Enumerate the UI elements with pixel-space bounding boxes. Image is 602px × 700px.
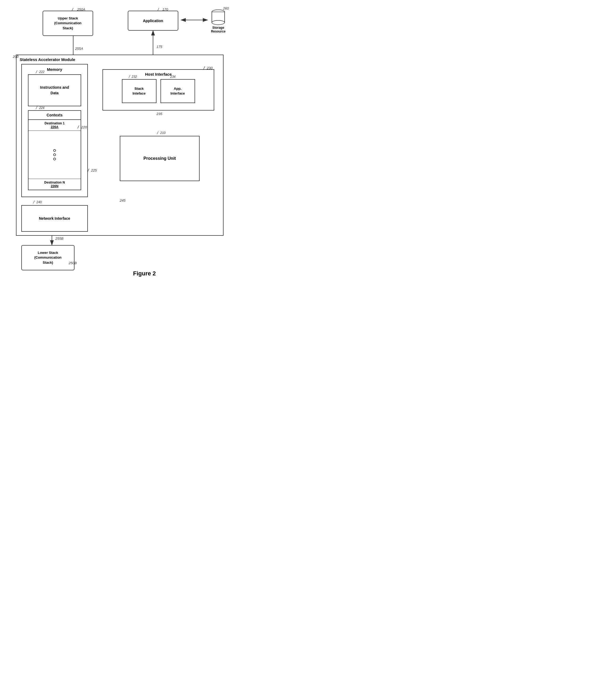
ref-255B: 255B: [55, 236, 63, 241]
ref-250B: 250B: [69, 261, 77, 265]
ref-slash-225: /: [88, 168, 89, 172]
ref-slash-232: /: [129, 74, 130, 79]
ref-slash-230: /: [204, 66, 205, 70]
dots-row: [28, 131, 81, 179]
ref-234: 234: [170, 75, 176, 79]
host-interface-box: Host Interface 232 / Stack Inteface 234 …: [102, 69, 214, 110]
network-interface-label: Network Interface: [39, 216, 70, 221]
ref-225: 225: [91, 168, 97, 172]
ref-slash-170: /: [158, 7, 159, 12]
ref-250A: 250A: [77, 7, 85, 11]
destN-label: Destination N: [31, 181, 79, 184]
ref-slash-222: /: [36, 70, 37, 74]
ref-slash-210: /: [157, 130, 158, 135]
processing-unit-box: 210 / Processing Unit: [120, 136, 200, 181]
upper-stack-label: Upper Stack (Communication Stack): [54, 16, 82, 31]
instructions-label: Instructions and Data: [40, 85, 69, 96]
network-interface-box: 240 / Network Interface: [21, 205, 88, 232]
diagram: Upper Stack (Communication Stack) 250A /…: [5, 5, 234, 266]
upper-stack-box: Upper Stack (Communication Stack): [43, 11, 93, 36]
stack-interface-label: Stack Inteface: [133, 86, 146, 96]
storage-resource: Storage Resource: [208, 9, 229, 33]
ref-slash-220: /: [78, 125, 79, 129]
destN-ref: 226N: [31, 184, 79, 188]
app-interface-box: 234 App. Interface: [160, 79, 195, 103]
stack-interface-box: 232 / Stack Inteface: [122, 79, 156, 103]
app-interface-label: App. Interface: [170, 86, 185, 96]
processing-unit-label: Processing Unit: [143, 156, 176, 161]
dest1-label: Destination 1: [31, 122, 79, 125]
lower-stack-label: Lower Stack (Communication Stack): [34, 250, 62, 265]
instructions-box: 222 / Instructions and Data: [28, 74, 81, 106]
figure-label: Figure 2: [133, 270, 156, 277]
destinationN-row: Destination N 226N: [28, 179, 81, 190]
ref-230: 230: [207, 66, 213, 70]
ref-slash-200: /: [17, 54, 18, 59]
ref-slash-250A: /: [72, 7, 73, 12]
application-label: Application: [143, 19, 163, 23]
svg-point-14: [212, 21, 225, 25]
ref-222: 222: [39, 70, 45, 74]
ref-175: 175: [156, 45, 162, 49]
ref-260: 260: [223, 6, 229, 10]
ref-255A: 255A: [75, 47, 83, 51]
ref-232: 232: [132, 75, 137, 79]
ref-210: 210: [160, 131, 165, 135]
memory-label: Memory: [47, 67, 62, 72]
dest1-ref: 226A: [31, 125, 79, 129]
ref-224: 224: [39, 106, 45, 110]
destination1-row: Destination 1 226A: [28, 120, 81, 131]
lower-stack-box: Lower Stack (Communication Stack): [21, 245, 75, 270]
ref-slash-240: /: [33, 200, 34, 204]
host-interface-label: Host Interface: [145, 72, 172, 76]
contexts-header: Contexts: [28, 111, 81, 120]
module-label: Stateless Accelerator Module: [20, 57, 75, 62]
application-box: Application: [128, 11, 178, 31]
ref-240: 240: [36, 200, 42, 204]
ref-245: 245: [120, 198, 126, 202]
contexts-box: 224 / Contexts Destination 1 226A Destin…: [28, 110, 81, 190]
ref-235: 235: [156, 112, 162, 116]
ref-220: 220: [81, 125, 87, 129]
storage-label: Storage Resource: [211, 26, 226, 33]
ref-170: 170: [162, 7, 168, 11]
ref-slash-224: /: [36, 105, 37, 110]
memory-box: Memory 222 / Instructions and Data 224 /…: [21, 64, 88, 197]
